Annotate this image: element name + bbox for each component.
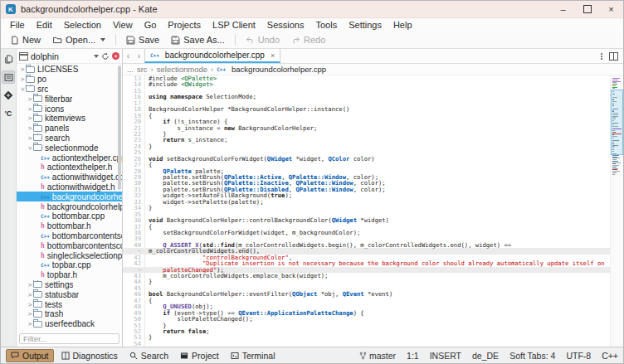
menu-lsp-client[interactable]: LSP Client — [207, 18, 261, 32]
tab-close-icon[interactable]: × — [271, 51, 275, 60]
breadcrumb-file[interactable]: backgroundcolorhelper.cpp — [232, 65, 326, 74]
tree-item[interactable]: C++actiontexthelper.cpp — [17, 153, 122, 163]
tree-item-label: selectionmode — [45, 143, 98, 153]
tree-item[interactable]: >userfeedback — [17, 319, 122, 328]
sidebar-symbols-button[interactable]: 'C — [2, 107, 15, 120]
tab-backgroundcolorhelper[interactable]: C++ backgroundcolorhelper.cpp × — [144, 49, 280, 63]
minimize-button[interactable]: – — [551, 1, 575, 17]
code-editor[interactable]: 13#include <QPalette>14#include <QWidget… — [123, 75, 623, 347]
new-button[interactable]: New — [5, 34, 46, 46]
save-as-button[interactable]: Save As... — [166, 34, 230, 46]
project-tree[interactable]: >LICENSES>po>src>filterbar>icons>kitemvi… — [17, 64, 122, 328]
split-view-icon[interactable] — [609, 52, 618, 61]
breadcrumb-selectionmode[interactable]: selectionmode — [157, 65, 207, 74]
tree-item[interactable]: >filterbar — [17, 94, 122, 104]
tree-item[interactable]: C++backgroundcolorhelper.c... — [17, 192, 122, 201]
tree-item[interactable]: >settings — [17, 280, 122, 290]
menu-selection[interactable]: Selection — [58, 18, 107, 32]
project-tool-button[interactable]: Project — [176, 350, 223, 362]
chevron-collapsed-icon[interactable]: > — [27, 310, 33, 318]
chevron-down-icon[interactable] — [100, 38, 105, 41]
chevron-collapsed-icon[interactable]: > — [27, 281, 33, 289]
tree-item[interactable]: >search — [17, 133, 122, 143]
history-forward-button[interactable]: › — [134, 49, 144, 63]
minimap-scrollbar[interactable] — [610, 75, 623, 347]
menu-tools[interactable]: Tools — [310, 18, 343, 32]
chevron-collapsed-icon[interactable]: > — [27, 114, 33, 122]
menu-go[interactable]: Go — [139, 18, 163, 32]
chevron-collapsed-icon[interactable]: > — [19, 75, 26, 83]
tree-item[interactable]: C++topbar.cpp — [17, 260, 122, 270]
menu-file[interactable]: File — [4, 18, 31, 32]
dictionary-status[interactable]: de_DE — [472, 351, 499, 361]
tree-item[interactable]: >LICENSES — [17, 65, 122, 75]
save-button[interactable]: Save — [121, 34, 164, 46]
tree-item[interactable]: >tests — [17, 299, 122, 309]
syntax-mode-status[interactable]: C++ — [602, 351, 618, 361]
chevron-collapsed-icon[interactable]: > — [27, 95, 33, 103]
tree-item[interactable]: hbottombar.h — [17, 221, 122, 231]
chevron-collapsed-icon[interactable]: > — [27, 320, 33, 328]
output-tool-button[interactable]: Output — [6, 349, 54, 362]
undo-button[interactable]: Undo — [241, 34, 285, 46]
refresh-icon[interactable] — [101, 52, 110, 61]
tab-width-status[interactable]: Soft Tabs: 4 — [509, 351, 555, 361]
minimap-viewport[interactable] — [611, 90, 623, 155]
tree-item[interactable]: hactiontexthelper.h — [17, 163, 122, 172]
tree-item[interactable]: >src — [17, 85, 122, 95]
git-branch-status[interactable]: master — [359, 351, 396, 361]
tree-item[interactable]: >icons — [17, 104, 122, 114]
terminal-tool-button[interactable]: Terminal — [227, 350, 280, 362]
cursor-position-status[interactable]: 1:1 — [407, 351, 419, 361]
breadcrumb-root-icon[interactable]: ... — [127, 65, 134, 74]
maximize-button[interactable] — [575, 1, 599, 17]
tree-item[interactable]: C++actionwithwidget.cpp — [17, 172, 122, 182]
code-line: 24} — [123, 143, 611, 149]
tree-item[interactable]: C++bottombar.cpp — [17, 211, 122, 221]
tree-item[interactable]: >po — [17, 75, 122, 85]
menu-edit[interactable]: Edit — [31, 18, 58, 32]
breadcrumb-src[interactable]: src — [137, 65, 148, 74]
tree-item[interactable]: hbackgroundcolorhelper.h — [17, 201, 122, 211]
tree-item[interactable]: htopbar.h — [17, 270, 122, 280]
diagnostics-tool-button[interactable]: Diagnostics — [57, 350, 122, 362]
tree-scrollbar[interactable] — [118, 66, 121, 190]
tree-item[interactable]: hbottombarcontentscont... — [17, 240, 122, 250]
tree-item[interactable]: hsingleclickselectionproxy... — [17, 250, 122, 260]
history-back-button[interactable]: ‹ — [123, 49, 134, 63]
tree-item[interactable]: hactionwithwidget.h — [17, 182, 122, 192]
tree-item[interactable]: >statusbar — [17, 289, 122, 299]
tree-item[interactable]: C++bottombarcontentscont... — [17, 231, 122, 241]
search-tool-button[interactable]: Search — [125, 350, 173, 362]
project-selector[interactable]: dolphin ✕ — [17, 49, 122, 64]
encoding-status[interactable]: UTF-8 — [566, 351, 591, 361]
tree-item[interactable]: >panels — [17, 124, 122, 133]
chevron-down-icon[interactable] — [94, 55, 99, 58]
chevron-collapsed-icon[interactable]: > — [19, 66, 26, 73]
redo-label: Redo — [304, 35, 325, 45]
menu-help[interactable]: Help — [388, 18, 418, 32]
sidebar-vcs-button[interactable] — [2, 89, 15, 102]
sidebar-documents-button[interactable] — [2, 52, 15, 66]
open-button[interactable]: Open... — [47, 34, 110, 46]
chevron-collapsed-icon[interactable]: > — [27, 134, 33, 142]
tree-item[interactable]: >selectionmode — [17, 143, 122, 153]
more-options-icon[interactable] — [601, 56, 602, 57]
tree-item[interactable]: >trash — [17, 309, 122, 319]
input-mode-status[interactable]: INSERT — [430, 351, 461, 361]
project-close-icon[interactable]: ✕ — [112, 52, 119, 60]
tree-filter-input[interactable] — [19, 333, 119, 344]
chevron-collapsed-icon[interactable]: > — [27, 301, 33, 308]
chevron-collapsed-icon[interactable]: > — [27, 291, 33, 298]
menu-settings[interactable]: Settings — [343, 18, 388, 32]
chevron-collapsed-icon[interactable]: > — [27, 105, 33, 113]
close-button[interactable]: × — [599, 1, 623, 17]
sidebar-projects-button[interactable] — [2, 70, 15, 84]
tree-item[interactable]: >kitemviews — [17, 114, 122, 124]
menu-view[interactable]: View — [107, 18, 139, 32]
redo-button[interactable]: Redo — [286, 34, 330, 46]
menu-projects[interactable]: Projects — [162, 18, 207, 32]
titlebar[interactable]: K backgroundcolorhelper.cpp - Kate – × — [1, 1, 623, 18]
chevron-collapsed-icon[interactable]: > — [27, 124, 33, 132]
menu-sessions[interactable]: Sessions — [261, 18, 310, 32]
